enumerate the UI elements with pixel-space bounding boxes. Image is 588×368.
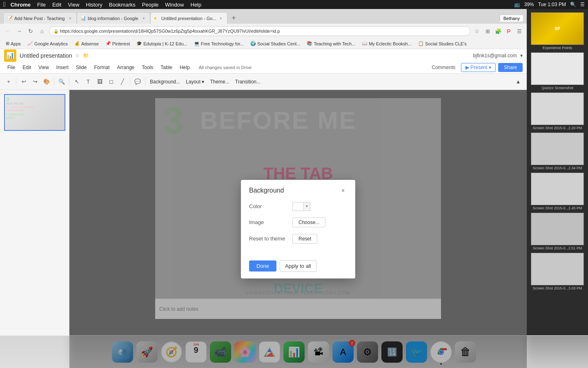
menu-history[interactable]: History bbox=[86, 2, 102, 8]
back-button[interactable]: ← bbox=[3, 27, 12, 36]
bookmark-edutopia[interactable]: 🎓 Edutopia | K-12 Edu... bbox=[134, 40, 189, 47]
bookmark-adsense[interactable]: 💰 Adsense bbox=[72, 40, 101, 47]
dialog-title-text: Background bbox=[249, 187, 284, 194]
right-thumb-6[interactable]: Screen Shot 2015-0...3.03 PM bbox=[531, 253, 584, 290]
slides-menu-format[interactable]: Format bbox=[91, 64, 113, 71]
bookmark-apps[interactable]: ⊞ Apps bbox=[3, 40, 23, 47]
slides-menu-insert[interactable]: Insert bbox=[53, 64, 72, 71]
right-thumb-1[interactable]: Quizizz Screenshot bbox=[531, 52, 584, 90]
menu-chrome[interactable]: Chrome bbox=[11, 2, 31, 8]
menu-bookmarks[interactable]: Bookmarks bbox=[109, 2, 136, 8]
bookmark-free-tech[interactable]: 💻 Free Technology for... bbox=[192, 40, 247, 47]
bookmark-analytics[interactable]: 📈 Google Analytics bbox=[25, 40, 70, 47]
toolbar-undo-btn[interactable]: ↩ bbox=[18, 76, 29, 87]
pinterest-icon[interactable]: P bbox=[505, 27, 513, 35]
slides-menu-edit[interactable]: Edit bbox=[19, 64, 34, 71]
tab-0[interactable]: 📝 Add New Post - Teaching × bbox=[3, 12, 77, 24]
tab-close-0[interactable]: × bbox=[67, 16, 73, 21]
right-thumb-5[interactable]: Screen Shot 2015-0...2.51 PM bbox=[531, 213, 584, 250]
slides-menu-help[interactable]: Help bbox=[176, 64, 193, 71]
comments-button[interactable]: Comments bbox=[428, 63, 459, 72]
bookmark-social-studies[interactable]: 🌍 Social Studies Cent... bbox=[248, 40, 303, 47]
reload-button[interactable]: ↻ bbox=[26, 27, 35, 36]
right-thumb-0[interactable]: XP Experience Points bbox=[531, 12, 584, 50]
url-bar[interactable]: 🔒 https://docs.google.com/presentation/d… bbox=[49, 26, 470, 36]
tab-close-2[interactable]: × bbox=[218, 16, 224, 21]
toolbar-cursor-btn[interactable]: ↖ bbox=[71, 76, 82, 87]
apple-menu[interactable]:  bbox=[3, 1, 6, 8]
right-thumb-2[interactable]: Screen Shot 2015-0...2.20 PM bbox=[531, 92, 584, 130]
menu-bar-airplay: 📺 bbox=[514, 2, 520, 7]
toolbar-collapse-btn[interactable]: ▲ bbox=[513, 76, 523, 87]
slides-star-icon[interactable]: ☆ bbox=[75, 53, 80, 58]
menu-edit[interactable]: Edit bbox=[52, 2, 61, 8]
grid-icon[interactable]: ⊞ bbox=[483, 27, 492, 35]
bookmark-eclectic[interactable]: 📖 My Eclectic Booksh... bbox=[359, 40, 414, 47]
color-picker-control[interactable]: ▼ bbox=[292, 202, 310, 211]
color-dropdown-arrow[interactable]: ▼ bbox=[304, 202, 310, 211]
slides-menu-slide[interactable]: Slide bbox=[73, 64, 90, 71]
bookmark-star-icon[interactable]: ☆ bbox=[473, 27, 481, 35]
slides-menu-file[interactable]: File bbox=[4, 64, 18, 71]
apply-to-all-button[interactable]: Apply to all bbox=[280, 260, 316, 272]
menu-people[interactable]: People bbox=[142, 2, 158, 8]
menu-help[interactable]: Help bbox=[191, 2, 202, 8]
choose-image-button[interactable]: Choose... bbox=[292, 218, 325, 227]
menu-bar-search[interactable]: 🔍 bbox=[570, 2, 576, 7]
bookmark-teaching[interactable]: 📚 Teaching with Tech... bbox=[304, 40, 358, 47]
menu-bar-notifications[interactable]: ☰ bbox=[580, 2, 585, 7]
analytics-icon: 📈 bbox=[27, 41, 33, 46]
tab-1[interactable]: 📊 blog information - Google × bbox=[77, 12, 150, 24]
toolbar-transition-btn[interactable]: Transition... bbox=[233, 78, 263, 85]
tab-close-1[interactable]: × bbox=[141, 16, 147, 21]
slide-canvas[interactable]: 3 BEFORE ME THE TAB TAB AND dd titleNEW bbox=[69, 90, 527, 368]
toolbar-paint-btn[interactable]: 🎨 bbox=[41, 76, 52, 87]
slides-folder-icon[interactable]: 📁 bbox=[83, 53, 89, 58]
toolbar-zoom-btn[interactable]: 🔍 bbox=[56, 76, 67, 87]
toolbar-theme-btn[interactable]: Theme... bbox=[207, 78, 232, 85]
toolbar-line-btn[interactable]: ╱ bbox=[117, 76, 128, 87]
toolbar-image-btn[interactable]: 🖼 bbox=[94, 76, 105, 87]
toolbar-add-btn[interactable]: + bbox=[3, 76, 14, 87]
bookmark-pinterest[interactable]: 📌 Pinterest bbox=[103, 40, 132, 47]
slides-doc-title[interactable]: Untitled presentation bbox=[20, 52, 72, 59]
slides-menu-table[interactable]: Table bbox=[157, 64, 176, 71]
edutopia-icon: 🎓 bbox=[136, 41, 142, 46]
bookmark-ss-cle[interactable]: 📋 Social Studies CLE's bbox=[416, 40, 469, 47]
slides-menu-arrange[interactable]: Arrange bbox=[114, 64, 138, 71]
done-button[interactable]: Done bbox=[249, 260, 276, 272]
slide-thumbnail-1[interactable]: 3 BEFORE ME 2. CLOSE THE TAB AND OPEN A … bbox=[4, 94, 65, 131]
toolbar-shape-btn[interactable]: ◻ bbox=[106, 76, 116, 87]
user-button[interactable]: Bethany bbox=[500, 15, 523, 22]
slides-user-dropdown[interactable]: ▾ bbox=[520, 53, 523, 58]
toolbar-divider-4 bbox=[130, 78, 130, 86]
toolbar-layout-btn[interactable]: Layout ▾ bbox=[183, 78, 207, 85]
menu-view[interactable]: View bbox=[68, 2, 79, 8]
toolbar-background-btn[interactable]: Background... bbox=[147, 78, 183, 85]
right-thumb-3[interactable]: Screen Shot 2015-0...2.34 PM bbox=[531, 132, 584, 170]
share-button[interactable]: Share bbox=[498, 63, 523, 72]
right-thumb-label-0: Experience Points bbox=[543, 46, 572, 50]
color-swatch[interactable] bbox=[292, 202, 304, 211]
menu-window[interactable]: Window bbox=[165, 2, 184, 8]
chrome-menu-icon[interactable]: ☰ bbox=[515, 27, 523, 35]
present-button[interactable]: ▶ Present ▾ bbox=[461, 63, 496, 72]
right-thumb-4[interactable]: Screen Shot 2015-0...2.45 PM bbox=[531, 173, 584, 210]
toolbar-comment-btn[interactable]: 💬 bbox=[132, 76, 143, 87]
reset-button[interactable]: Reset bbox=[292, 234, 317, 244]
toolbar-text-btn[interactable]: T bbox=[83, 76, 94, 87]
extension-icon[interactable]: 🧩 bbox=[494, 27, 502, 35]
slides-title-bar: 📊 Untitled presentation ☆ 📁 bjfink1s@gma… bbox=[0, 49, 527, 62]
dialog-close-button[interactable]: × bbox=[339, 186, 347, 195]
tab-2[interactable]: ● Untitled presentation - Go... × bbox=[150, 12, 227, 24]
new-tab-button[interactable]: + bbox=[228, 12, 240, 24]
forward-button[interactable]: → bbox=[15, 27, 24, 36]
toolbar-redo-btn[interactable]: ↪ bbox=[30, 76, 40, 87]
tab-favicon-0: 📝 bbox=[7, 16, 13, 21]
toolbar-divider-2 bbox=[54, 78, 54, 86]
home-button[interactable]: ⌂ bbox=[38, 27, 47, 36]
right-thumb-label-4: Screen Shot 2015-0...2.45 PM bbox=[532, 206, 582, 210]
slides-menu-view[interactable]: View bbox=[35, 64, 52, 71]
slides-menu-tools[interactable]: Tools bbox=[138, 64, 156, 71]
menu-file[interactable]: File bbox=[37, 2, 46, 8]
